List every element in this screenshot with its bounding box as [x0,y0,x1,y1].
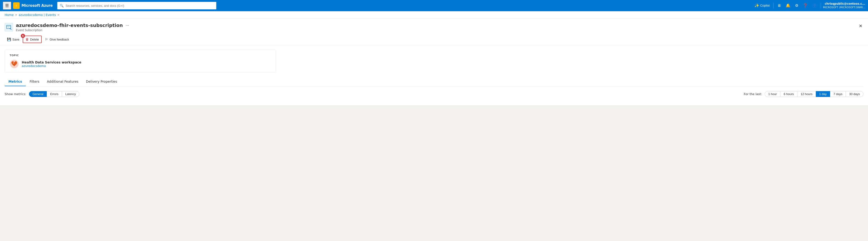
delete-icon: 🗑 [26,37,29,41]
time-pill-30d[interactable]: 30 days [846,91,863,97]
pill-latency[interactable]: Latency [62,91,80,97]
toolbar: 💾 Save 4 🗑 Delete 🏳 Give feedback [5,35,863,45]
resource-info: azuredocsdemo-fhir-events-subscription ·… [16,23,855,32]
delete-label: Delete [30,38,39,41]
person-icon: 👤 [812,3,817,8]
monitor-button[interactable]: 🖥 [775,3,783,9]
topic-label: TOPIC [9,54,271,57]
copilot-icon: ✨ [754,3,759,8]
time-pill-1d[interactable]: 1 day [816,91,830,97]
feedback-label: Give feedback [50,38,69,41]
feedback-icon: 🏳 [45,37,48,41]
breadcrumb-parent[interactable]: azuredocsdemo | Events [19,13,56,17]
feedback-button[interactable]: 🏳 Give feedback [42,36,71,43]
topic-name: Health Data Services workspace [22,60,82,64]
svg-text:⚡: ⚡ [16,4,17,7]
resource-title-row: azuredocsdemo-fhir-events-subscription ·… [16,23,855,28]
top-nav: ☰ ⚡ Microsoft Azure 🔍 ✨ Copilot 🖥 🔔 ⚙ ❓ … [0,0,868,11]
tab-metrics[interactable]: Metrics [5,77,26,86]
save-label: Save [12,38,20,41]
resource-header: azuredocsdemo-fhir-events-subscription ·… [5,23,863,32]
brand: ⚡ Microsoft Azure [13,2,53,9]
save-button[interactable]: 💾 Save [5,36,22,43]
tab-delivery[interactable]: Delivery Properties [82,77,121,86]
topic-card: TOPIC Health Data Services workspace azu… [5,50,276,73]
resource-more-button[interactable]: ··· [125,23,130,28]
topic-content: Health Data Services workspace azuredocs… [9,59,271,69]
pill-errors[interactable]: Errors [47,91,62,97]
resource-title-text: azuredocsdemo-fhir-events-subscription [16,23,123,28]
nav-divider-1 [773,3,774,8]
resource-icon [5,23,13,31]
pill-general[interactable]: General [29,91,47,97]
breadcrumb: Home > azuredocsdemo | Events > [0,11,868,19]
copilot-button[interactable]: ✨ Copilot [753,2,771,9]
time-pill-12h[interactable]: 12 hours [797,91,816,97]
user-info: chrisqpublic@contoso.c... MICROSOFT (MIC… [823,2,865,9]
main-content: azuredocsdemo-fhir-events-subscription ·… [0,19,868,106]
search-input[interactable] [65,4,214,7]
svg-point-6 [13,62,14,64]
help-button[interactable]: ❓ [801,2,810,9]
breadcrumb-sep-2: > [57,14,59,17]
tab-additional[interactable]: Additional Features [43,77,82,86]
user-name: chrisqpublic@contoso.c... [823,2,865,6]
breadcrumb-home[interactable]: Home [5,13,13,17]
notifications-button[interactable]: 🔔 [784,2,792,9]
metrics-row: Show metrics: General Errors Latency For… [5,90,863,101]
user-profile-button[interactable]: 👤 [810,2,819,9]
tabs-container: Metrics Filters Additional Features Deli… [5,77,863,86]
close-button[interactable]: ✕ [858,23,863,29]
nav-divider-2 [821,3,821,8]
gear-icon: ⚙ [795,3,798,8]
hamburger-button[interactable]: ☰ [3,2,11,9]
help-icon: ❓ [803,3,808,8]
monitor-icon: 🖥 [777,3,781,8]
topic-details: Health Data Services workspace azuredocs… [22,60,82,68]
brand-name: Microsoft Azure [22,3,53,8]
user-tenant: MICROSOFT (MICROSOFT.ONMI... [823,6,865,9]
topic-icon [9,59,19,69]
tabs: Metrics Filters Additional Features Deli… [5,77,863,86]
nav-right: ✨ Copilot 🖥 🔔 ⚙ ❓ 👤 chrisqpublic@contoso… [753,2,865,9]
show-metrics-label: Show metrics: [5,92,26,96]
body-content: TOPIC Health Data Services workspace azu… [5,45,863,105]
resource-subtitle: Event Subscription [16,29,855,32]
search-icon: 🔍 [60,4,64,7]
settings-button[interactable]: ⚙ [793,2,800,9]
topic-link[interactable]: azuredocsdemo [22,64,46,68]
time-pill-7d[interactable]: 7 days [830,91,846,97]
brand-icon: ⚡ [13,2,20,9]
copilot-label: Copilot [760,4,770,7]
delete-button[interactable]: 🗑 Delete [23,35,42,43]
bell-icon: 🔔 [786,3,790,8]
tab-filters[interactable]: Filters [26,77,43,86]
search-bar[interactable]: 🔍 [57,2,216,9]
time-pills: 1 hour 6 hours 12 hours 1 day 7 days 30 … [765,91,863,97]
step-badge: 4 [21,34,25,38]
breadcrumb-sep-1: > [15,14,17,17]
save-icon: 💾 [7,37,11,41]
time-pill-1h[interactable]: 1 hour [765,91,780,97]
time-pill-6h[interactable]: 6 hours [780,91,797,97]
metrics-pills: General Errors Latency [29,91,79,97]
for-last-label: For the last: [744,92,762,96]
